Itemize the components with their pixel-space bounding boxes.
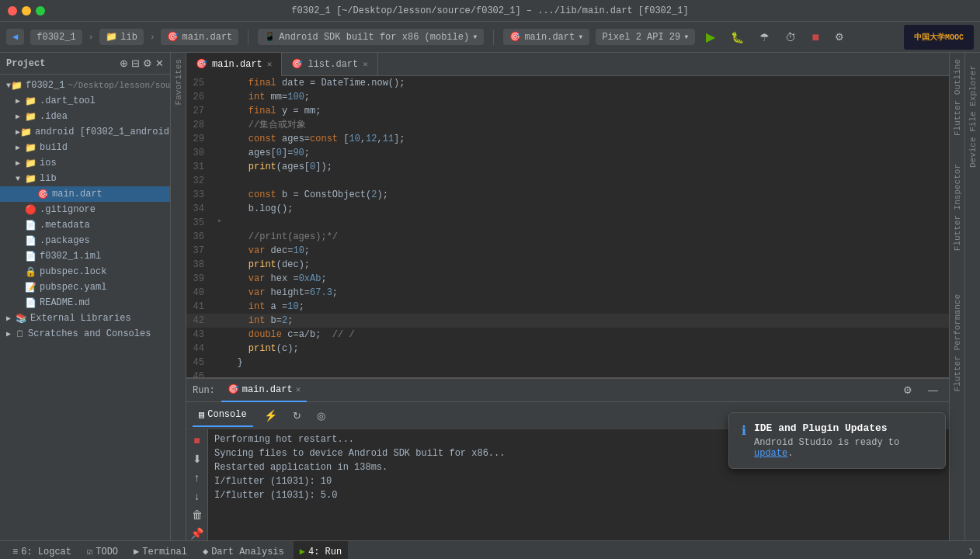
logcat-tab[interactable]: ≡ 6: Logcat — [6, 541, 78, 560]
settings-button[interactable]: ⚙ — [830, 29, 849, 45]
tree-item-pubspec-lock[interactable]: 🔒 pubspec.lock — [0, 264, 170, 280]
device-target-selector[interactable]: Pixel 2 API 29 ▾ — [596, 29, 695, 45]
device-file-explorer-tab[interactable]: Device File Explorer — [968, 65, 978, 168]
tree-item-metadata[interactable]: 📄 .metadata — [0, 217, 170, 233]
console-refresh-btn[interactable]: ↻ — [288, 408, 306, 424]
console-next-btn[interactable]: ↓ — [193, 488, 201, 504]
stop-button[interactable]: ■ — [807, 28, 824, 47]
sidebar-actions[interactable]: ⊕ ⊟ ⚙ ✕ — [120, 57, 164, 69]
console-tab-console[interactable]: ▤ Console — [193, 404, 253, 427]
flutter-performance-tab[interactable]: Flutter Performance — [953, 294, 962, 391]
tree-item-packages[interactable]: 📄 .packages — [0, 233, 170, 248]
fold-arrow-35[interactable]: ▸ — [217, 216, 222, 225]
code-line-37: 37 var dec=10; — [186, 244, 949, 258]
tree-item-ios[interactable]: ▶ 📁 ios — [0, 155, 170, 171]
tree-item-external-libs[interactable]: ▶ 📚 External Libraries — [0, 311, 170, 326]
file-icon-metadata: 📄 — [25, 220, 36, 231]
notification-link[interactable]: update — [754, 448, 787, 459]
tree-label-iml: f0302_1.iml — [40, 251, 101, 262]
tree-item-pubspec-yaml[interactable]: 📝 pubspec.yaml — [0, 280, 170, 295]
console-label: Console — [207, 409, 246, 420]
favorites-tab[interactable]: Favorites — [174, 59, 183, 105]
maximize-button[interactable] — [36, 6, 45, 16]
dart-analysis-tab[interactable]: ◆ Dart Analysis — [196, 541, 290, 560]
code-line-32: 32 — [186, 174, 949, 188]
file-breadcrumb[interactable]: 🎯 main.dart — [161, 29, 238, 45]
console-scroll-end-btn[interactable]: ⬇ — [191, 451, 203, 467]
run-button[interactable]: ▶ — [701, 27, 720, 47]
file-icon-pubspec-lock: 🔒 — [25, 266, 36, 278]
notification-period: . — [787, 448, 793, 459]
flutter-inspector-tab[interactable]: Flutter Inspector — [953, 164, 962, 251]
tree-label-root: f0302_1 — [26, 80, 64, 91]
console-clear-btn[interactable]: 🗑 — [190, 507, 204, 523]
console-lightning-btn[interactable]: ⚡ — [259, 407, 282, 424]
console-minimize-btn[interactable]: — — [923, 382, 943, 398]
console-circle-btn[interactable]: ◎ — [312, 408, 330, 424]
window-controls[interactable] — [8, 6, 45, 16]
bottom-tabs-expand[interactable]: ❯ — [968, 546, 974, 557]
code-line-33: 33 const b = ConstObject(2); — [186, 188, 949, 202]
tree-item-lib[interactable]: ▼ 📁 lib — [0, 171, 170, 186]
todo-tab[interactable]: ☑ TODO — [81, 541, 124, 560]
code-line-27: 27 final y = mm; — [186, 104, 949, 118]
tree-item-iml[interactable]: 📄 f0302_1.iml — [0, 248, 170, 264]
tree-item-scratches[interactable]: ▶ 🗒 Scratches and Consoles — [0, 326, 170, 342]
project-breadcrumb[interactable]: f0302_1 — [30, 30, 82, 45]
tree-label-gitignore: .gitignore — [40, 204, 96, 215]
tree-item-idea[interactable]: ▶ 📁 .idea — [0, 109, 170, 124]
tree-item-readme[interactable]: 📄 README.md — [0, 295, 170, 311]
console-settings-btn[interactable]: ⚙ — [898, 382, 917, 398]
code-line-26: 26 int mm=100; — [186, 90, 949, 104]
tree-label-main-dart: main.dart — [52, 189, 103, 200]
minimize-button[interactable] — [22, 6, 31, 16]
tree-item-build[interactable]: ▶ 📁 build — [0, 140, 170, 155]
device-icon: 📱 — [264, 31, 276, 43]
right-side-panels: Flutter Outline Flutter Inspector Flutte… — [949, 53, 980, 540]
notification-text: Android Studio is ready to — [754, 437, 899, 448]
run-config-selector[interactable]: 🎯 main.dart ▾ — [503, 29, 589, 45]
sidebar-collapse-btn[interactable]: ⊟ — [131, 57, 140, 69]
console-prev-btn[interactable]: ↑ — [193, 470, 201, 485]
tree-label-packages: .packages — [40, 235, 90, 246]
coverage-button[interactable]: ☂ — [755, 29, 774, 46]
sidebar-header: Project ⊕ ⊟ ⚙ ✕ — [0, 53, 170, 75]
profile-button[interactable]: ⏱ — [780, 29, 801, 46]
tree-label-android: android [f0302_1_android] — [35, 127, 170, 137]
nav-back[interactable]: ◀ — [6, 29, 24, 45]
console-stop-btn[interactable]: ■ — [192, 432, 201, 448]
sidebar-expand-btn[interactable]: ⊕ — [120, 57, 128, 69]
tree-item-android[interactable]: ▶ 📁 android [f0302_1_android] — [0, 124, 170, 140]
lib-breadcrumb[interactable]: 📁 lib — [99, 29, 144, 45]
project-tree: ▼ 📁 f0302_1 ~/Desktop/lesson/source/f030… — [0, 75, 170, 540]
device-selector[interactable]: 📱 Android SDK built for x86 (mobile) ▾ — [258, 29, 484, 45]
tree-label-lib: lib — [40, 173, 57, 184]
close-button[interactable] — [8, 6, 17, 16]
terminal-icon: ▶ — [134, 546, 139, 557]
terminal-tab[interactable]: ▶ Terminal — [127, 541, 193, 560]
tree-arrow-build: ▶ — [16, 143, 25, 152]
tree-item-root[interactable]: ▼ 📁 f0302_1 ~/Desktop/lesson/source/f030… — [0, 78, 170, 93]
tab-list-dart[interactable]: 🎯 list.dart ✕ — [282, 53, 377, 76]
code-editor[interactable]: 25 final date = DateTime.now(); 26 int m… — [186, 76, 949, 377]
tree-label-ios: ios — [40, 158, 57, 168]
run-tab[interactable]: ▶ 4: Run — [294, 541, 348, 560]
flutter-outline-tab[interactable]: Flutter Outline — [953, 59, 962, 136]
run-tab-main[interactable]: 🎯 main.dart ✕ — [221, 379, 307, 402]
logcat-label: 6: Logcat — [21, 547, 71, 557]
run-config-dropdown-icon: ▾ — [578, 31, 583, 43]
notification-title: IDE and Plugin Updates — [754, 422, 933, 434]
tab-main-close[interactable]: ✕ — [267, 59, 273, 69]
tree-item-gitignore[interactable]: 🔴 .gitignore — [0, 202, 170, 217]
tree-item-main-dart[interactable]: 🎯 main.dart — [0, 186, 170, 202]
sidebar-close-btn[interactable]: ✕ — [155, 57, 164, 69]
tree-item-dart-tool[interactable]: ▶ 📁 .dart_tool — [0, 93, 170, 109]
tab-main-dart[interactable]: 🎯 main.dart ✕ — [186, 53, 282, 76]
todo-icon: ☑ — [87, 546, 92, 557]
sidebar-settings-btn[interactable]: ⚙ — [143, 57, 152, 69]
console-pin-btn[interactable]: 📌 — [189, 526, 205, 540]
debug-button[interactable]: 🐛 — [726, 29, 749, 46]
run-tab-close[interactable]: ✕ — [296, 384, 301, 394]
tree-label-readme: README.md — [40, 297, 90, 308]
tab-list-close[interactable]: ✕ — [363, 59, 368, 69]
